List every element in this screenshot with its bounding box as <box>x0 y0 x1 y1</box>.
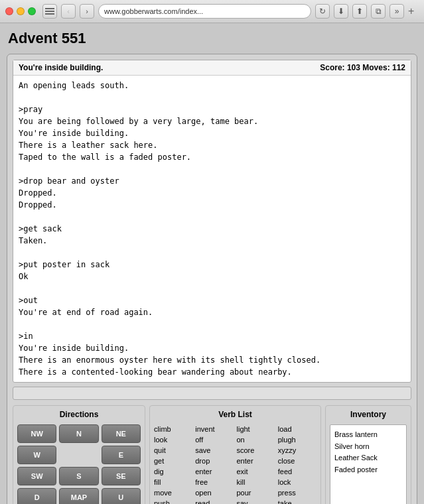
sidebar-toggle-button[interactable] <box>42 4 57 19</box>
verb-word[interactable]: load <box>278 424 317 434</box>
bottom-section: Directions NW N NE W E SW S SE D MAP U <box>13 405 411 504</box>
verb-word[interactable]: fill <box>154 477 192 487</box>
add-tab-button[interactable]: + <box>408 6 419 17</box>
close-button[interactable] <box>5 7 13 15</box>
verb-word[interactable]: plugh <box>278 435 317 444</box>
verb-word[interactable]: push <box>154 499 192 504</box>
share-button[interactable]: ⬆ <box>352 4 367 19</box>
inventory-box: Brass lanternSilver hornLeather SackFade… <box>330 424 407 504</box>
verb-word[interactable]: dig <box>154 467 192 476</box>
svg-rect-1 <box>45 11 54 12</box>
verb-word[interactable]: save <box>195 446 234 455</box>
verb-word[interactable]: climb <box>154 424 192 434</box>
verb-word[interactable]: exit <box>237 467 275 476</box>
verb-columns: climbinventlightloadlookoffonplughquitsa… <box>154 424 317 504</box>
directions-grid: NW N NE W E SW S SE <box>17 424 141 485</box>
svg-rect-2 <box>45 13 54 15</box>
verb-word[interactable]: on <box>237 435 275 444</box>
inventory-item: Faded poster <box>334 464 402 476</box>
score-moves: Score: 103 Moves: 112 <box>320 63 405 72</box>
back-button[interactable]: ‹ <box>61 4 76 19</box>
dir-e-button[interactable]: E <box>102 446 141 464</box>
verb-word[interactable]: open <box>195 488 234 497</box>
menu-button[interactable]: » <box>389 4 404 19</box>
verb-word[interactable]: pour <box>237 488 275 497</box>
page-title: Advent 551 <box>7 30 417 47</box>
verb-word[interactable]: press <box>278 488 317 497</box>
verb-word[interactable]: quit <box>154 446 192 455</box>
location-label: You're inside building. <box>19 63 103 72</box>
maximize-button[interactable] <box>28 7 36 15</box>
dir-d-button[interactable]: D <box>17 488 56 504</box>
verb-panel: Verb List climbinventlightloadlookoffonp… <box>149 405 321 504</box>
inventory-item: Brass lantern <box>334 429 402 441</box>
inventory-item: Leather Sack <box>334 452 402 464</box>
verb-word[interactable]: read <box>195 499 234 504</box>
game-text[interactable]: An opening leads south. >pray You are be… <box>13 76 411 382</box>
verb-word[interactable]: drop <box>195 456 234 466</box>
verb-word[interactable]: look <box>154 435 192 444</box>
verb-word[interactable]: kill <box>237 477 275 487</box>
download-button[interactable]: ⬇ <box>334 4 348 19</box>
directions-panel: Directions NW N NE W E SW S SE D MAP U <box>13 405 145 504</box>
inventory-panel: Inventory Brass lanternSilver hornLeathe… <box>325 405 411 504</box>
game-input-area[interactable] <box>13 387 411 400</box>
verb-word[interactable]: xyzzy <box>278 446 317 455</box>
app-container: Advent 551 You're inside building. Score… <box>0 23 424 504</box>
refresh-button[interactable]: ↻ <box>315 4 330 19</box>
dir-sw-button[interactable]: SW <box>17 467 56 485</box>
verb-word[interactable]: enter <box>237 456 275 466</box>
inventory-title: Inventory <box>330 410 407 419</box>
dir-n-button[interactable]: N <box>59 424 98 443</box>
verb-word[interactable]: move <box>154 488 192 497</box>
url-bar[interactable]: www.gobberwarts.com/index... <box>98 4 311 19</box>
verb-title: Verb List <box>154 410 317 419</box>
verb-word[interactable]: off <box>195 435 234 444</box>
directions-title: Directions <box>17 410 141 419</box>
dir-w-button[interactable]: W <box>17 446 56 464</box>
verb-word[interactable]: say <box>237 499 275 504</box>
dir-center <box>59 446 98 464</box>
dir-u-button[interactable]: U <box>102 488 141 504</box>
verb-word[interactable]: light <box>237 424 275 434</box>
dir-se-button[interactable]: SE <box>102 467 141 485</box>
verb-word[interactable]: enter <box>195 467 234 476</box>
verb-word[interactable]: get <box>154 456 192 466</box>
directions-extra-row: D MAP U <box>17 488 141 504</box>
verb-word[interactable]: take <box>278 499 317 504</box>
verb-word[interactable]: score <box>237 446 275 455</box>
dir-ne-button[interactable]: NE <box>102 424 141 443</box>
svg-rect-0 <box>45 8 54 9</box>
url-text: www.gobberwarts.com/index... <box>104 7 203 15</box>
new-tab-button[interactable]: ⧉ <box>371 4 386 19</box>
browser-chrome: ‹ › www.gobberwarts.com/index... ↻ ⬇ ⬆ ⧉… <box>0 0 424 23</box>
minimize-button[interactable] <box>17 7 25 15</box>
traffic-lights <box>5 7 36 15</box>
inventory-item: Silver horn <box>334 441 402 453</box>
verb-word[interactable]: free <box>195 477 234 487</box>
verb-word[interactable]: lock <box>278 477 317 487</box>
main-panel: You're inside building. Score: 103 Moves… <box>7 54 417 504</box>
dir-nw-button[interactable]: NW <box>17 424 56 443</box>
verb-word[interactable]: invent <box>195 424 234 434</box>
game-output-wrapper: You're inside building. Score: 103 Moves… <box>13 60 411 383</box>
verb-word[interactable]: close <box>278 456 317 466</box>
verb-word[interactable]: feed <box>278 467 317 476</box>
forward-button[interactable]: › <box>80 4 94 19</box>
dir-map-button[interactable]: MAP <box>59 488 98 504</box>
dir-s-button[interactable]: S <box>59 467 98 485</box>
game-header: You're inside building. Score: 103 Moves… <box>13 60 411 76</box>
